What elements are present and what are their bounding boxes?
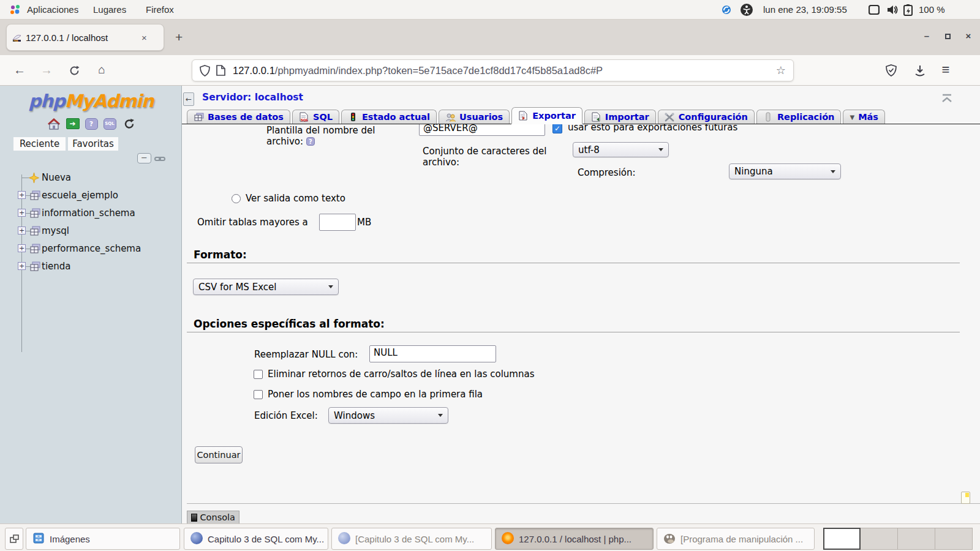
browser-toolbar: ← → ⌂ 127.0.0.1/phpmyadmin/index.php?tok… — [0, 55, 980, 86]
hamburger-menu-icon[interactable]: ≡ — [936, 61, 956, 80]
taskbar-item-imagenes[interactable]: Imágenes — [26, 528, 180, 550]
battery-percentage: 100 % — [919, 0, 945, 20]
favorites-button[interactable]: Favoritas — [68, 137, 118, 151]
window-maximize-button[interactable] — [940, 28, 956, 44]
tree-item-nueva[interactable]: Nueva — [42, 172, 71, 183]
excel-edition-label: Edición Excel: — [254, 410, 318, 421]
charset-select[interactable]: utf-8 — [573, 142, 669, 157]
sql-help-icon[interactable]: SQL — [104, 118, 116, 130]
window-close-button[interactable]: × — [960, 28, 976, 44]
traffic-light-icon — [348, 112, 358, 122]
media-player-icon — [338, 532, 350, 546]
collapse-all-button[interactable]: − — [137, 153, 151, 163]
collapse-nav-arrow[interactable]: ← — [183, 92, 194, 106]
protections-shield-icon[interactable] — [882, 61, 900, 80]
expand-plus-icon[interactable]: + — [18, 262, 26, 270]
pma-logo[interactable]: phpMyAdmin — [0, 91, 182, 111]
refresh-icon[interactable] — [122, 118, 135, 130]
workspace-2[interactable] — [861, 528, 898, 550]
users-icon — [445, 112, 456, 122]
new-tab-button[interactable]: + — [175, 29, 183, 45]
recent-button[interactable]: Reciente — [13, 137, 66, 151]
forward-icon[interactable]: → — [37, 61, 56, 80]
compression-select[interactable]: Ninguna — [729, 163, 841, 179]
tab-estado-actual[interactable]: Estado actual — [341, 110, 437, 124]
shield-icon[interactable] — [200, 65, 210, 77]
show-desktop-button[interactable] — [5, 528, 23, 550]
menu-firefox[interactable]: Firefox — [142, 0, 178, 20]
tab-usuarios[interactable]: Usuarios — [439, 110, 510, 124]
charset-label: Conjunto de caracteres del archivo: — [423, 146, 576, 168]
media-player-icon — [190, 532, 203, 546]
tab-bases-de-datos[interactable]: Bases de datos — [187, 110, 290, 124]
skip-tables-input[interactable] — [319, 214, 356, 231]
chevron-down-icon — [438, 414, 443, 417]
chevron-down-icon: ▼ — [850, 114, 854, 121]
format-select[interactable]: CSV for MS Excel — [193, 279, 339, 295]
battery-icon[interactable] — [903, 4, 914, 18]
bottom-taskbar: Imágenes Capitulo 3 de SQL com My... [Ca… — [0, 523, 980, 551]
browser-tab[interactable]: PMA 127.0.0.1 / localhost × — [6, 24, 164, 51]
tab-replicacion[interactable]: Replicación — [756, 110, 842, 124]
back-icon[interactable]: ← — [10, 61, 29, 80]
reload-icon[interactable] — [65, 61, 83, 80]
server-breadcrumb[interactable]: Servidor: localhost — [202, 92, 303, 103]
remove-crlf-checkbox[interactable] — [254, 370, 263, 379]
tab-configuracion[interactable]: Configuración — [658, 110, 755, 124]
export-icon — [518, 111, 529, 121]
link-icon[interactable] — [154, 154, 165, 165]
database-icon — [30, 190, 40, 203]
sync-indicator-icon[interactable] — [722, 5, 731, 17]
tab-mas[interactable]: ▼ Más — [843, 110, 885, 124]
taskbar-item-capitulo3-minimized[interactable]: [Capitulo 3 de SQL com My... — [331, 528, 492, 550]
expand-plus-icon[interactable]: + — [18, 209, 26, 217]
database-icon — [30, 208, 40, 221]
bookmark-star-icon[interactable]: ☆ — [776, 64, 786, 77]
workspace-1[interactable] — [823, 528, 861, 550]
scroll-top-icon[interactable] — [941, 94, 952, 106]
help-question-icon[interactable]: ? — [85, 118, 98, 130]
tab-close-icon[interactable]: × — [141, 32, 147, 43]
accessibility-icon[interactable] — [740, 3, 753, 18]
new-window-icon[interactable] — [961, 492, 970, 504]
taskbar-item-capitulo3[interactable]: Capitulo 3 de SQL com My... — [184, 528, 328, 550]
console-icon — [191, 514, 197, 522]
tab-importar[interactable]: Importar — [584, 110, 656, 124]
replace-null-label: Reemplazar NULL con: — [254, 349, 358, 360]
view-as-text-radio[interactable] — [232, 194, 241, 203]
expand-plus-icon[interactable]: + — [18, 191, 26, 199]
volume-icon[interactable] — [886, 4, 899, 17]
help-icon[interactable]: ? — [306, 137, 315, 146]
tab-title: 127.0.0.1 / localhost — [26, 32, 139, 43]
downloads-icon[interactable] — [911, 61, 929, 80]
desktop: Aplicaciones Lugares Firefox lun ene 23,… — [0, 0, 980, 551]
taskbar-item-gimp[interactable]: [Programa de manipulación ... — [657, 528, 815, 550]
expand-plus-icon[interactable]: + — [18, 227, 26, 234]
remember-template-checkbox[interactable]: ✓ — [552, 124, 562, 133]
home-icon[interactable] — [47, 118, 61, 130]
tab-sql[interactable]: SQL SQL — [292, 110, 339, 124]
console-bar[interactable]: Consola — [187, 511, 239, 523]
excel-edition-select[interactable]: Windows — [328, 407, 448, 424]
tab-exportar[interactable]: Exportar — [511, 107, 582, 124]
continue-button[interactable]: Continuar — [195, 446, 243, 463]
home-icon[interactable]: ⌂ — [92, 61, 111, 80]
compression-label: Compresión: — [578, 167, 636, 178]
clock[interactable]: lun ene 23, 19:09:55 — [763, 0, 847, 20]
taskbar-item-firefox[interactable]: 127.0.0.1 / localhost | php... — [495, 528, 654, 550]
window-minimize-button[interactable]: – — [919, 28, 935, 44]
menu-lugares[interactable]: Lugares — [89, 0, 130, 20]
workspace-3[interactable] — [898, 528, 935, 550]
column-names-checkbox[interactable] — [254, 390, 263, 399]
url-bar[interactable]: 127.0.0.1/phpmyadmin/index.php?token=5e7… — [192, 59, 794, 81]
svg-text:PMA: PMA — [13, 40, 18, 42]
menu-aplicaciones[interactable]: Aplicaciones — [23, 0, 82, 20]
page-info-icon[interactable] — [216, 65, 225, 76]
display-icon[interactable] — [869, 5, 880, 17]
workspace-4[interactable] — [935, 528, 973, 550]
expand-plus-icon[interactable]: + — [18, 244, 26, 252]
replace-null-input[interactable]: NULL — [369, 345, 496, 362]
database-icon — [194, 112, 204, 122]
new-database-icon — [29, 173, 39, 186]
logout-exit-icon[interactable]: ➔ — [66, 118, 80, 129]
